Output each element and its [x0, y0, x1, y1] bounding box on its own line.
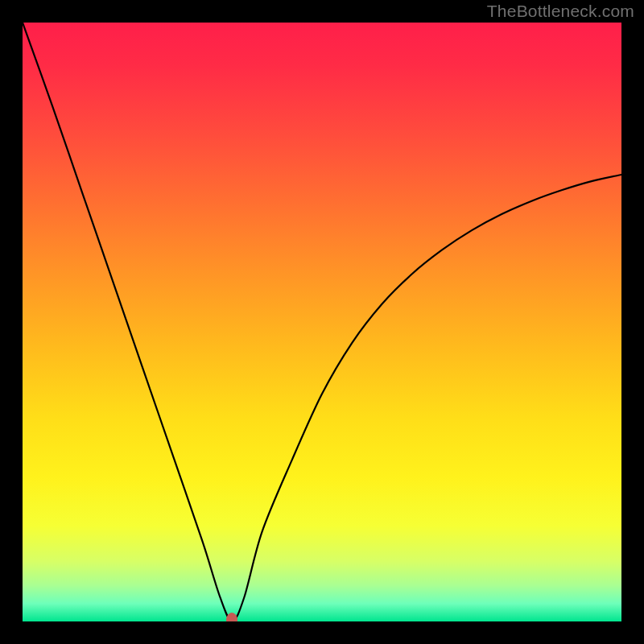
optimum-marker-icon	[226, 613, 237, 621]
chart-frame: TheBottleneck.com	[0, 0, 644, 644]
plot-area	[23, 23, 621, 621]
attribution-text: TheBottleneck.com	[487, 2, 634, 21]
bottleneck-curve	[23, 23, 621, 621]
